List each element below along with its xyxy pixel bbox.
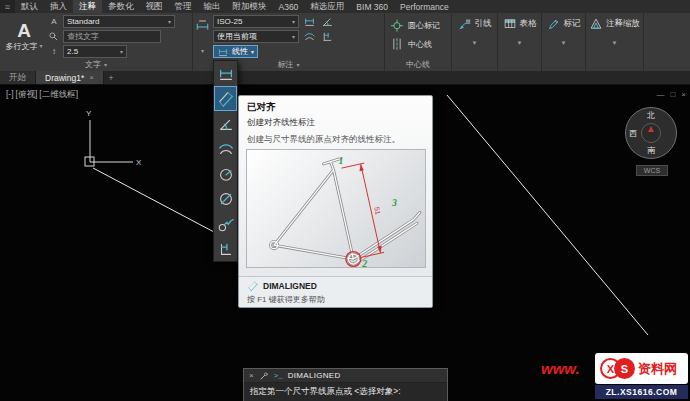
new-drawing-tab-button[interactable]: + bbox=[104, 71, 118, 84]
restore-icon[interactable]: □ bbox=[670, 90, 675, 99]
wcs-selector[interactable]: WCS bbox=[636, 165, 668, 176]
quick-dimension-icon[interactable] bbox=[302, 15, 317, 28]
chevron-down-icon[interactable]: ▼ bbox=[586, 40, 643, 46]
dimension-icon bbox=[195, 18, 210, 33]
dropdown-item-linear-dimension-icon[interactable] bbox=[214, 61, 237, 86]
viewport-visual-style-control[interactable]: [二维线框] bbox=[39, 89, 78, 101]
dimension-style-value: ISO-25 bbox=[217, 17, 242, 26]
ribbon-tab-featured-apps[interactable]: 精选应用 bbox=[304, 0, 350, 13]
text-style-icon: A bbox=[48, 17, 60, 26]
dropdown-item-ordinate-dimension-icon[interactable] bbox=[214, 236, 237, 261]
minimize-icon[interactable]: — bbox=[656, 90, 664, 99]
ribbon-tab-performance[interactable]: Performance bbox=[394, 0, 455, 13]
file-tab-drawing1[interactable]: Drawing1* × bbox=[36, 71, 104, 84]
dropdown-item-diameter-dimension-icon[interactable] bbox=[214, 186, 237, 211]
panel-annotation-scaling[interactable]: 注释缩放 ▼ bbox=[586, 13, 644, 71]
linear-dimension-dropdown-button[interactable]: 线性 ▾ bbox=[213, 45, 258, 58]
ribbon-tab-output[interactable]: 输出 bbox=[198, 0, 227, 13]
chevron-down-icon: ▾ bbox=[39, 43, 42, 49]
annotation-scaling-panel-label: 注释缩放 bbox=[606, 18, 640, 30]
aligned-dimension-icon bbox=[247, 280, 259, 292]
panel-centerline: 圆心标记 中心线 中心线 bbox=[385, 13, 452, 71]
text-style-value: Standard bbox=[67, 17, 99, 26]
aligned-dimension-tooltip: 已对齐 创建对齐线性标注 创建与尺寸界线的原点对齐的线性标注。 51 bbox=[238, 95, 433, 308]
file-tab-start[interactable]: 开始 bbox=[0, 71, 36, 84]
panel-markup[interactable]: 标记 ▼ bbox=[542, 13, 586, 71]
markup-panel-label: 标记 bbox=[564, 18, 581, 30]
dropdown-item-radius-dimension-icon[interactable] bbox=[214, 161, 237, 186]
markup-icon bbox=[547, 17, 561, 31]
close-icon[interactable]: × bbox=[89, 73, 94, 82]
mtext-button[interactable]: A 多行文字▾ bbox=[2, 14, 46, 58]
ribbon-tab-bim360[interactable]: BIM 360 bbox=[350, 0, 394, 13]
customize-wrench-icon[interactable] bbox=[259, 371, 269, 381]
dropdown-item-jogged-dimension-icon[interactable] bbox=[214, 211, 237, 236]
watermark-domain: ZL.XS1616.COM bbox=[606, 387, 678, 397]
annotation-scale-icon bbox=[589, 17, 603, 31]
center-mark-icon bbox=[390, 18, 404, 32]
command-line-header: × >_ DIMALIGNED bbox=[244, 369, 447, 383]
close-icon[interactable]: × bbox=[681, 90, 686, 99]
command-prompt-input[interactable]: 指定第一个尺寸界线原点或 <选择对象>: bbox=[244, 383, 447, 401]
chevron-down-icon: ▾ bbox=[296, 62, 299, 68]
dimension-layer-select[interactable]: 使用当前项 ▾ bbox=[213, 30, 299, 43]
chevron-down-icon[interactable]: ▼ bbox=[498, 40, 541, 46]
close-icon[interactable]: × bbox=[249, 371, 254, 380]
centerline-label: 中心线 bbox=[408, 39, 432, 50]
viewport-view-control[interactable]: [俯视] bbox=[16, 89, 38, 101]
command-line-window[interactable]: × >_ DIMALIGNED 指定第一个尺寸界线原点或 <选择对象>: bbox=[243, 368, 448, 401]
app-menu-icon[interactable]: ≡ bbox=[0, 0, 15, 13]
ribbon-tab-view[interactable]: 视图 bbox=[140, 0, 169, 13]
watermark-site-name: 资料网 bbox=[638, 360, 677, 378]
dropdown-item-aligned-dimension-icon[interactable] bbox=[214, 86, 237, 111]
tooltip-help-hint: 按 F1 键获得更多帮助 bbox=[247, 294, 424, 305]
ribbon-tab-a360[interactable]: A360 bbox=[273, 0, 305, 13]
watermark-logo-box: X S 资料网 bbox=[595, 353, 688, 384]
ribbon-tab-manage[interactable]: 管理 bbox=[169, 0, 198, 13]
dimension-style-select[interactable]: ISO-25 ▾ bbox=[213, 15, 299, 28]
watermark-logo-s-icon: S bbox=[614, 358, 635, 379]
ordinate-tool-icon[interactable] bbox=[320, 30, 335, 43]
dropdown-item-angular-dimension-icon[interactable] bbox=[214, 111, 237, 136]
chevron-down-icon[interactable]: ▼ bbox=[452, 40, 497, 46]
find-text-input[interactable]: 查找文字 bbox=[63, 30, 161, 43]
ribbon-empty-space bbox=[644, 13, 690, 71]
center-mark-button[interactable]: 圆心标记 bbox=[390, 18, 440, 32]
text-height-select[interactable]: 2.5 ▾ bbox=[63, 45, 127, 58]
centerline-button[interactable]: 中心线 bbox=[390, 37, 432, 51]
viewcube-south[interactable]: 南 bbox=[647, 145, 655, 156]
viewcube-west[interactable]: 西 bbox=[629, 128, 637, 139]
panel-tables[interactable]: 表格 ▼ bbox=[498, 13, 542, 71]
dimension-type-dropdown bbox=[213, 60, 238, 262]
text-height-icon: ↕ bbox=[48, 47, 60, 56]
viewcube-compass[interactable]: 北 西 南 bbox=[625, 107, 677, 159]
angular-tool-icon[interactable] bbox=[320, 15, 335, 28]
dimension-panel-rows: ISO-25 ▾ 使用当前项 ▾ bbox=[213, 15, 381, 58]
file-tab-bar: 开始 Drawing1* × + bbox=[0, 71, 690, 85]
ribbon-tab-insert[interactable]: 插入 bbox=[44, 0, 73, 13]
dimension-split-button[interactable]: ▾ bbox=[194, 15, 211, 57]
chevron-down-icon: ▾ bbox=[104, 62, 107, 68]
ribbon-tab-default[interactable]: 默认 bbox=[15, 0, 44, 13]
viewcube-hub[interactable] bbox=[641, 123, 661, 143]
panel-leaders[interactable]: 引线 ▼ bbox=[452, 13, 498, 71]
text-panel-rows: A Standard ▾ 查找文字 ↕ 2.5 ▾ bbox=[48, 15, 190, 58]
text-style-select[interactable]: Standard ▾ bbox=[63, 15, 175, 28]
centerline-panel-label-text: 中心线 bbox=[406, 59, 430, 70]
drawing-window-controls: — □ × bbox=[656, 90, 686, 99]
ribbon-tab-parametric[interactable]: 参数化 bbox=[102, 0, 140, 13]
ribbon-tab-addins[interactable]: 附加模块 bbox=[227, 0, 273, 13]
viewcube-north[interactable]: 北 bbox=[647, 110, 655, 121]
centerline-panel-label[interactable]: 中心线 bbox=[385, 59, 451, 70]
text-panel-label[interactable]: 文字 ▾ bbox=[0, 59, 192, 70]
mtext-label: 多行文字 bbox=[5, 41, 37, 52]
ribbon-tab-annotate[interactable]: 注释 bbox=[73, 0, 102, 13]
tooltip-footer: DIMALIGNED 按 F1 键获得更多帮助 bbox=[239, 276, 432, 307]
chevron-down-icon[interactable]: ▼ bbox=[542, 40, 585, 46]
arc-tool-icon[interactable] bbox=[302, 30, 317, 43]
tooltip-subtitle: 创建对齐线性标注 bbox=[247, 117, 315, 129]
dropdown-item-arc-length-dimension-icon[interactable] bbox=[214, 136, 237, 161]
viewport-menu-control[interactable]: [-] bbox=[6, 89, 14, 101]
command-prompt-icon: >_ bbox=[274, 372, 283, 380]
text-panel-label-text: 文字 bbox=[85, 59, 101, 70]
